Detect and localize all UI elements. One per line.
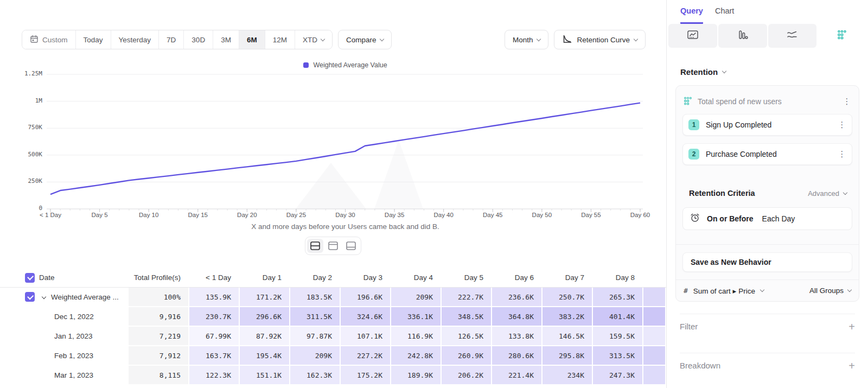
retention-value-cell: 122.3K (189, 366, 240, 385)
criteria-mode-label: Advanced (808, 189, 839, 198)
table-row[interactable]: Weighted Average ...100%135.9K171.2K183.… (0, 288, 666, 307)
report-content: CustomTodayYesterday7D30D3M6M12MXTD Comp… (0, 0, 666, 388)
report-tab-retention[interactable] (818, 24, 866, 48)
funnel-bars-icon (737, 29, 748, 42)
step-event-label: Sign Up Completed (706, 120, 771, 129)
retention-value-cell: 162.3K (290, 366, 341, 385)
behavior-title: Total spend of new users (698, 97, 782, 106)
partial-retention-cell (643, 327, 666, 346)
table-only-view-toggle[interactable] (343, 239, 359, 253)
table-row[interactable]: Feb 1, 20237,912163.7K195.4K209K227.2K24… (0, 346, 666, 366)
day-column-header: Day 5 (442, 268, 492, 287)
x-axis-tick-label: Day 15 (174, 212, 222, 218)
retention-value-cell: 159.5K (593, 327, 643, 346)
measure-property-label[interactable]: Sum of cart ▸ Price (693, 287, 755, 295)
add-filter-button[interactable]: + (848, 321, 855, 332)
analytics-app: CustomTodayYesterday7D30D3M6M12MXTD Comp… (0, 0, 868, 388)
total-profiles-column-header: Total Profile(s) (129, 268, 189, 287)
y-axis-tick-label: 250K (15, 177, 42, 185)
retention-value-cell: 336.1K (391, 307, 442, 327)
date-column-header: Date (0, 268, 129, 287)
table-row[interactable]: Jan 1, 20237,21967.99K87.92K97.87K107.1K… (0, 327, 666, 346)
retention-value-cell: 133.8K (492, 327, 542, 346)
layout-toggle-group (305, 237, 361, 255)
retention-dots-icon (837, 30, 847, 42)
y-axis-tick-label: 0 (15, 205, 42, 212)
retention-value-cell: 260.9K (442, 346, 492, 366)
panel-tabs: Query Chart (667, 0, 868, 24)
x-axis-tick-label: Day 40 (419, 212, 468, 218)
retention-value-cell: 107.1K (341, 327, 391, 346)
day-column-header: Day 2 (290, 268, 341, 287)
row-label-cell: Mar 1, 2023 (0, 366, 129, 385)
retention-value-cell: 126.5K (442, 327, 492, 346)
retention-value-cell: 242.8K (391, 346, 442, 366)
x-axis-tick-label: Day 35 (370, 212, 419, 218)
step-number-badge: 1 (688, 119, 699, 130)
retention-value-cell: 151.1K (240, 366, 290, 385)
save-as-new-behavior-button[interactable]: Save as New Behavior (682, 252, 852, 272)
breakdown-section: Breakdown + (680, 353, 855, 378)
report-tab-flows[interactable] (768, 24, 817, 48)
query-panel: Query Chart (666, 0, 868, 388)
retention-value-cell: 295.8K (542, 346, 593, 366)
split-view-toggle[interactable] (307, 239, 323, 253)
kebab-menu-icon[interactable]: ⋮ (838, 150, 846, 158)
report-type-tabs (668, 24, 866, 48)
retention-value-cell: 250.7K (542, 288, 593, 307)
row-label-cell: Weighted Average ... (0, 288, 129, 307)
table-row[interactable]: Mar 1, 20238,115122.3K151.1K162.3K175.2K… (0, 366, 666, 385)
chevron-down-icon (847, 288, 852, 292)
kebab-menu-icon[interactable]: ⋮ (838, 121, 846, 129)
expand-chevron-icon[interactable] (42, 295, 46, 299)
criteria-mode-dropdown[interactable]: Advanced (808, 189, 847, 198)
step-number-badge: 2 (688, 149, 699, 160)
retention-value-cell: 222.7K (442, 288, 492, 307)
filter-section: Filter + (680, 314, 855, 339)
insights-chart-icon (687, 29, 699, 42)
group-by-dropdown[interactable]: All Groups (809, 287, 851, 295)
y-axis-tick-label: 500K (15, 151, 42, 158)
retention-value-cell: 97.87K (290, 327, 341, 346)
partial-retention-cell (643, 346, 666, 366)
day-column-header: Day 7 (542, 268, 593, 287)
row-checkbox[interactable] (25, 292, 35, 302)
retention-value-cell: 313.5K (593, 346, 643, 366)
behavior-header[interactable]: Total spend of new users ⋮ (682, 92, 852, 111)
tab-query[interactable]: Query (680, 7, 703, 24)
row-label: Jan 1, 2023 (54, 332, 93, 340)
select-all-checkbox[interactable] (25, 273, 35, 283)
timing-value-label: Each Day (762, 214, 795, 223)
step-card-1[interactable]: 1 Sign Up Completed ⋮ (682, 114, 852, 136)
chart-only-view-toggle[interactable] (325, 239, 341, 253)
table-row[interactable]: Dec 1, 20229,916230.7K296.6K311.5K324.6K… (0, 307, 666, 327)
total-profiles-cell: 8,115 (129, 366, 189, 385)
row-label: Dec 1, 2022 (54, 313, 94, 321)
tab-chart[interactable]: Chart (715, 7, 734, 24)
numeric-property-icon: # (684, 287, 688, 295)
retention-value-cell: 324.6K (341, 307, 391, 327)
day-column-header: Day 6 (492, 268, 542, 287)
x-axis-tick-label: Day 20 (222, 212, 271, 218)
report-tab-insights[interactable] (668, 24, 717, 48)
retention-value-cell: 280.6K (492, 346, 542, 366)
retention-criteria-row: Retention Criteria Advanced (689, 189, 847, 198)
group-label: All Groups (809, 287, 844, 295)
total-profiles-cell: 100% (129, 288, 189, 307)
kebab-menu-icon[interactable]: ⋮ (843, 98, 851, 106)
add-breakdown-button[interactable]: + (848, 360, 855, 371)
retention-value-cell: 209K (290, 346, 341, 366)
report-tab-funnels[interactable] (718, 24, 767, 48)
row-label: Feb 1, 2023 (54, 352, 93, 360)
criteria-timing-card[interactable]: On or Before Each Day (682, 207, 852, 230)
step-card-2[interactable]: 2 Purchase Completed ⋮ (682, 143, 852, 165)
chevron-down-icon (760, 288, 764, 292)
retention-section-header[interactable]: Retention (680, 67, 868, 77)
x-axis-caption: X and more days before your Users came b… (50, 222, 640, 231)
total-profiles-cell: 7,219 (129, 327, 189, 346)
x-axis-tick-label: Day 25 (272, 212, 321, 218)
row-label: Mar 1, 2023 (54, 371, 93, 379)
retention-value-cell: 146.5K (542, 327, 593, 346)
retention-line-series[interactable] (50, 103, 640, 194)
retention-value-cell: 175.2K (341, 366, 391, 385)
